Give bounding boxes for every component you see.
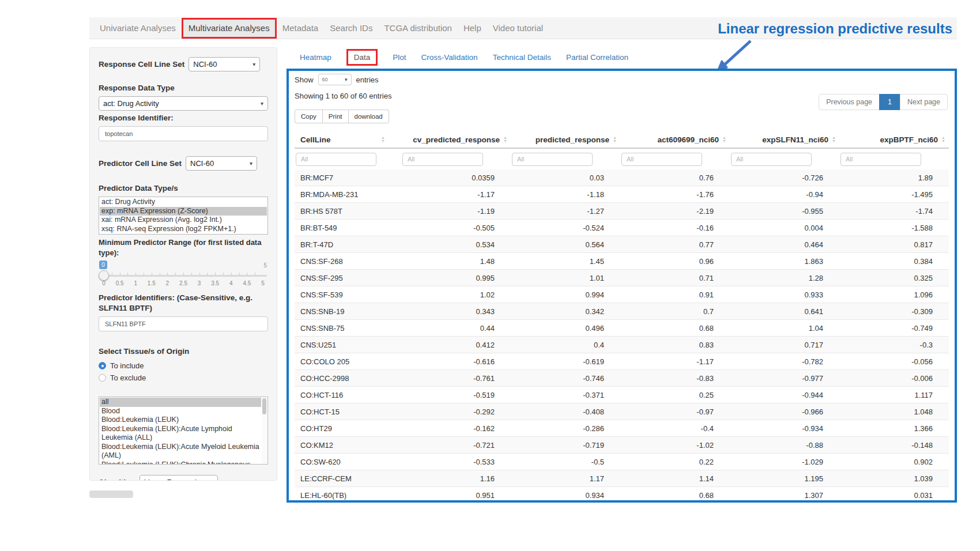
cell-value: 0.71 bbox=[620, 274, 730, 282]
current-page-button[interactable]: 1 bbox=[879, 94, 900, 110]
predictor-data-types-label: Predictor Data Type/s bbox=[99, 183, 268, 194]
sort-down-arrow: ▼ bbox=[613, 139, 617, 143]
sort-down-arrow: ▼ bbox=[722, 139, 726, 143]
tab-heatmap[interactable]: Heatmap bbox=[300, 53, 331, 62]
option-exp-mrna-expression-z-score[interactable]: exp: mRNA Expression (Z-Score) bbox=[100, 207, 267, 216]
cell-value: 0.951 bbox=[401, 491, 511, 500]
cell-value: -0.371 bbox=[511, 391, 620, 399]
slider-tick-label: 0 bbox=[102, 280, 105, 286]
option-blood[interactable]: Blood bbox=[100, 407, 261, 416]
listbox-scrollbar bbox=[262, 398, 267, 463]
radio-to-exclude[interactable]: To exclude bbox=[99, 372, 268, 384]
column-header-cellline[interactable]: CellLine▲▼ bbox=[295, 131, 401, 148]
cell-value: 1.89 bbox=[839, 173, 949, 182]
option-blood-leukemia-leuk[interactable]: Blood:Leukemia (LEUK) bbox=[100, 416, 261, 425]
slider-track[interactable] bbox=[100, 275, 267, 277]
option-xai-mrna-expression-avg-log2-int[interactable]: xai: mRNA Expression (Avg. log2 Int.) bbox=[100, 216, 267, 225]
table-row: BR:BT-549-0.505-0.524-0.160.004-1.588 bbox=[295, 220, 949, 236]
option-blood-leukemia-leuk-acute-myeloid-leukemia-aml[interactable]: Blood:Leukemia (LEUK):Acute Myeloid Leuk… bbox=[100, 443, 261, 461]
predictor-data-type-listbox[interactable]: act: Drug Activityexp: mRNA Expression (… bbox=[99, 197, 268, 235]
filter-input-expslfn11-nci60[interactable] bbox=[731, 153, 812, 166]
filter-input-cellline[interactable] bbox=[296, 153, 376, 166]
slider-tick-label: 4.5 bbox=[243, 280, 251, 286]
option-blood-leukemia-leuk-acute-lymphoid-leukemia-all[interactable]: Blood:Leukemia (LEUK):Acute Lymphoid Leu… bbox=[100, 425, 261, 443]
cell-value: 1.48 bbox=[401, 257, 511, 266]
filter-input-predicted-response[interactable] bbox=[512, 153, 593, 166]
column-label: CellLine bbox=[300, 135, 331, 144]
cell-value: 0.717 bbox=[730, 341, 839, 349]
download-button[interactable]: download bbox=[348, 110, 389, 123]
cell-value: -0.746 bbox=[511, 374, 620, 383]
predictor-cell-line-set-label: Predictor Cell Line Set bbox=[99, 158, 182, 169]
partial-bottom-element bbox=[89, 490, 133, 498]
annotation-heading: Linear regression predictive results bbox=[718, 21, 952, 37]
nav-item-multivariate-analyses[interactable]: Multivariate Analyses bbox=[182, 18, 277, 39]
table-row: CO:HCT-116-0.519-0.3710.25-0.9441.117 bbox=[295, 387, 949, 403]
nav-item-metadata[interactable]: Metadata bbox=[277, 17, 325, 39]
filter-input-act609699-nci60[interactable] bbox=[621, 153, 702, 166]
slider-tick-label: 0.5 bbox=[116, 280, 124, 286]
cell-cellline: CO:HCT-15 bbox=[295, 407, 401, 416]
column-header-expslfn11-nci60[interactable]: expSLFN11_nci60▲▼ bbox=[730, 131, 839, 148]
column-header-expbptf-nci60[interactable]: expBPTF_nci60▲▼ bbox=[839, 131, 949, 148]
tab-data[interactable]: Data bbox=[346, 49, 378, 66]
tab-technical-details[interactable]: Technical Details bbox=[493, 53, 551, 62]
predictor-cell-line-set-select[interactable]: NCI-60 ▾ bbox=[186, 156, 257, 171]
sort-down-arrow: ▼ bbox=[941, 139, 945, 143]
min-predictor-range-slider: 0 5 00.511.522.533.544.55 bbox=[99, 261, 268, 288]
cell-value: 1.195 bbox=[730, 474, 839, 483]
sort-icon: ▲▼ bbox=[832, 136, 836, 143]
cell-value: -1.029 bbox=[730, 458, 839, 466]
cell-cellline: CO:SW-620 bbox=[295, 458, 401, 466]
cell-value: -1.19 bbox=[401, 207, 511, 216]
column-header-predicted-response[interactable]: predicted_response▲▼ bbox=[511, 131, 620, 148]
response-cell-line-set-value: NCI-60 bbox=[193, 60, 217, 69]
cell-value: 0.994 bbox=[511, 290, 620, 299]
page-length-select[interactable]: 60 ▾ bbox=[318, 74, 352, 85]
option-xsq-rna-seq-expression-log2-fpkm-1[interactable]: xsq: RNA-seq Expression (log2 FPKM+1.) bbox=[100, 225, 267, 234]
print-button[interactable]: Print bbox=[322, 110, 349, 123]
cell-value: -0.944 bbox=[730, 391, 839, 399]
cell-value: 0.4 bbox=[511, 341, 620, 349]
option-blood-leukemia-leuk-chronic-myelogenous-leukemia-cml[interactable]: Blood:Leukemia (LEUK):Chronic Myelogenou… bbox=[100, 461, 261, 465]
response-cell-line-set-select[interactable]: NCI-60 ▾ bbox=[189, 57, 260, 71]
nav-item-tcga-distribution[interactable]: TCGA distribution bbox=[378, 17, 458, 39]
algorithm-select[interactable]: Linear Regression ▾ bbox=[140, 475, 218, 481]
cell-value: -0.955 bbox=[730, 207, 839, 216]
radio-to-include[interactable]: To include bbox=[99, 360, 268, 372]
nav-item-help[interactable]: Help bbox=[458, 17, 487, 39]
nav-item-video-tutorial[interactable]: Video tutorial bbox=[487, 17, 549, 39]
table-row: CO:HCC-2998-0.761-0.746-0.83-0.977-0.006 bbox=[295, 370, 949, 387]
option-act-drug-activity[interactable]: act: Drug Activity bbox=[100, 198, 267, 207]
cell-value: -0.726 bbox=[730, 173, 839, 182]
tab-partial-correlation[interactable]: Partial Correlation bbox=[566, 53, 628, 62]
tab-plot[interactable]: Plot bbox=[393, 53, 406, 62]
slider-ticks: 00.511.522.533.544.55 bbox=[104, 280, 263, 287]
response-data-type-select[interactable]: act: Drug Activity ▾ bbox=[99, 96, 268, 111]
nav-item-univariate-analyses[interactable]: Univariate Analyses bbox=[94, 17, 182, 39]
column-header-cv-predicted-response[interactable]: cv_predicted_response▲▼ bbox=[401, 131, 511, 148]
previous-page-button[interactable]: Previous page bbox=[819, 94, 880, 110]
response-identifier-input[interactable] bbox=[99, 126, 268, 141]
cell-value: 0.004 bbox=[730, 224, 839, 232]
next-page-button[interactable]: Next page bbox=[900, 94, 948, 110]
filter-input-expbptf-nci60[interactable] bbox=[840, 153, 921, 166]
tissue-listbox[interactable]: allBloodBlood:Leukemia (LEUK)Blood:Leuke… bbox=[99, 397, 268, 465]
predictor-identifiers-input[interactable] bbox=[99, 316, 268, 331]
slider-handle[interactable] bbox=[99, 270, 109, 281]
tab-cross-validation[interactable]: Cross-Validation bbox=[421, 53, 478, 62]
option-all[interactable]: all bbox=[100, 398, 261, 407]
scrollbar-thumb[interactable] bbox=[262, 398, 266, 414]
cell-value: 0.91 bbox=[620, 290, 730, 299]
algorithm-value: Linear Regression bbox=[144, 478, 205, 481]
nav-item-search-ids[interactable]: Search IDs bbox=[324, 17, 378, 39]
sort-icon: ▲▼ bbox=[503, 136, 507, 143]
cell-value: -0.309 bbox=[839, 307, 949, 316]
column-header-act609699-nci60[interactable]: act609699_nci60▲▼ bbox=[620, 131, 730, 148]
chevron-down-icon: ▾ bbox=[250, 160, 252, 167]
cell-value: 1.048 bbox=[839, 407, 949, 416]
cell-value: -0.148 bbox=[839, 441, 949, 450]
tissue-radios: To includeTo exclude bbox=[99, 360, 268, 384]
filter-input-cv-predicted-response[interactable] bbox=[402, 153, 483, 166]
copy-button[interactable]: Copy bbox=[295, 110, 323, 123]
